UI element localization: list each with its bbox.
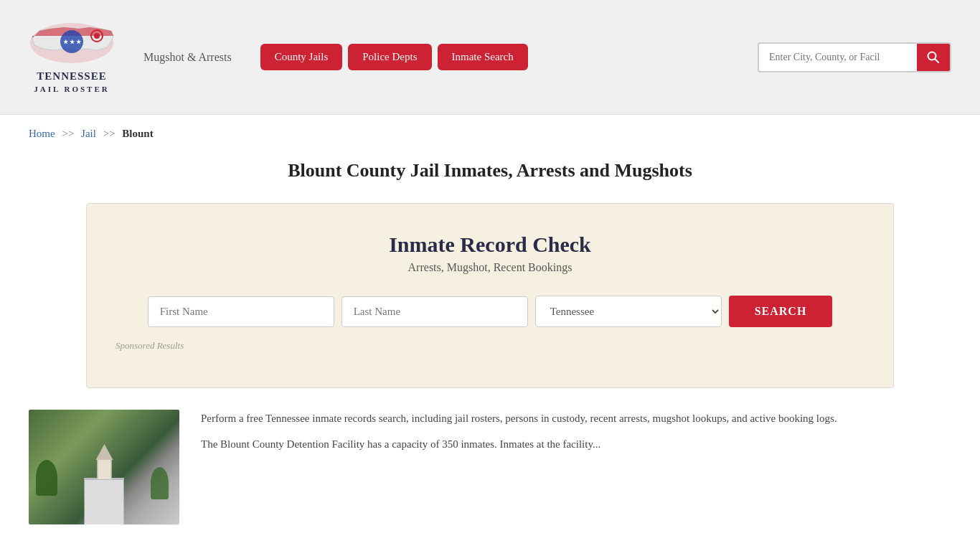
record-check-subtitle: Arrests, Mugshot, Recent Bookings	[116, 261, 864, 274]
site-header: ⋆⋆⋆ TENNESSEE JAIL ROSTER Mugshot & Arre…	[0, 0, 980, 115]
state-select[interactable]: Tennessee Alabama Georgia Kentucky Missi…	[535, 296, 722, 327]
logo[interactable]: ⋆⋆⋆ TENNESSEE JAIL ROSTER	[29, 20, 115, 94]
logo-line1: TENNESSEE	[34, 70, 109, 84]
first-name-input[interactable]	[148, 296, 334, 327]
svg-text:⋆⋆⋆: ⋆⋆⋆	[62, 37, 82, 47]
logo-text: TENNESSEE JAIL ROSTER	[34, 70, 109, 94]
sponsored-label: Sponsored Results	[116, 340, 864, 352]
main-nav: County Jails Police Depts Inmate Search	[260, 44, 528, 70]
county-jails-button[interactable]: County Jails	[260, 44, 343, 70]
header-search	[758, 42, 951, 72]
police-depts-button[interactable]: Police Depts	[348, 44, 431, 70]
facility-image	[29, 410, 179, 524]
search-icon	[927, 51, 940, 64]
content-paragraph2: The Blount County Detention Facility has…	[201, 435, 951, 453]
record-check-title: Inmate Record Check	[116, 232, 864, 257]
svg-point-4	[94, 33, 100, 39]
content-section: Perform a free Tennessee inmate records …	[29, 410, 951, 524]
breadcrumb-current: Blount	[122, 128, 153, 139]
logo-line2: JAIL ROSTER	[34, 84, 109, 94]
last-name-input[interactable]	[341, 296, 528, 327]
breadcrumb: Home >> Jail >> Blount	[0, 115, 980, 153]
record-check-box: Inmate Record Check Arrests, Mugshot, Re…	[86, 203, 894, 388]
inmate-search-form: Tennessee Alabama Georgia Kentucky Missi…	[116, 296, 864, 327]
svg-line-6	[936, 59, 939, 62]
breadcrumb-home[interactable]: Home	[29, 128, 55, 139]
breadcrumb-jail[interactable]: Jail	[81, 128, 96, 139]
header-search-button[interactable]	[917, 44, 950, 71]
inmate-search-submit[interactable]: SEARCH	[729, 296, 833, 327]
mugshot-arrests-link[interactable]: Mugshot & Arrests	[143, 51, 232, 64]
breadcrumb-sep2: >>	[103, 128, 116, 139]
breadcrumb-sep1: >>	[62, 128, 74, 139]
logo-icon: ⋆⋆⋆	[29, 20, 115, 67]
header-search-input[interactable]	[759, 44, 917, 70]
content-paragraph1: Perform a free Tennessee inmate records …	[201, 410, 951, 427]
inmate-search-button[interactable]: Inmate Search	[438, 44, 528, 70]
page-title: Blount County Jail Inmates, Arrests and …	[29, 160, 951, 182]
content-text: Perform a free Tennessee inmate records …	[201, 410, 951, 453]
